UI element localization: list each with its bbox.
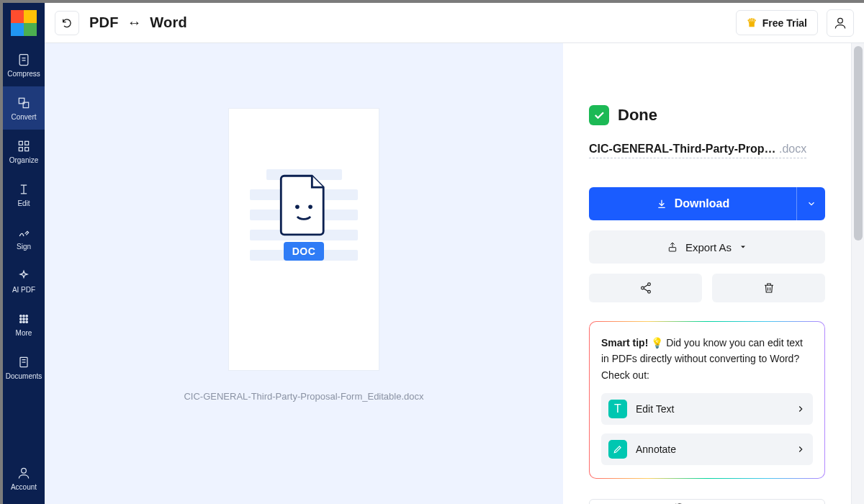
svg-point-14 (23, 320, 25, 323)
smart-tip-box: Smart tip! 💡 Did you know you can edit t… (589, 321, 825, 479)
user-icon (833, 16, 847, 30)
svg-point-23 (641, 287, 644, 289)
svg-rect-4 (25, 141, 29, 145)
tip-heading: Smart tip! (601, 337, 651, 348)
export-as-button[interactable]: Export As (589, 230, 825, 264)
sidebar-item-account[interactable]: Account (11, 456, 37, 500)
crown-icon: ♛ (747, 16, 757, 30)
sidebar-item-label: More (16, 329, 32, 337)
svg-point-10 (20, 318, 22, 320)
svg-point-19 (295, 204, 300, 209)
result-panel: Done CIC-GENERAL-Third-Party-Proposa... … (563, 43, 851, 504)
sidebar-item-label: Convert (11, 113, 36, 121)
sidebar-item-aipdf[interactable]: AI PDF (3, 259, 45, 302)
svg-rect-21 (669, 248, 675, 251)
free-trial-button[interactable]: ♛ Free Trial (736, 10, 818, 35)
tip-text: Smart tip! 💡 Did you know you can edit t… (601, 335, 813, 383)
tip-action-label: Edit Text (636, 403, 674, 415)
sidebar-item-organize[interactable]: Organize (3, 130, 45, 173)
sidebar-item-sign[interactable]: Sign (3, 216, 45, 259)
done-check-icon (589, 105, 609, 125)
start-over-label: Start over (693, 501, 739, 504)
svg-point-20 (308, 204, 312, 209)
svg-point-12 (26, 318, 28, 320)
svg-point-9 (26, 315, 28, 317)
sign-icon (17, 225, 31, 240)
scrollbar-thumb[interactable] (854, 46, 863, 240)
restart-icon (674, 502, 685, 504)
chevron-down-icon (806, 199, 816, 209)
svg-point-11 (23, 318, 25, 320)
delete-button[interactable] (712, 274, 825, 302)
grid-icon (17, 312, 31, 326)
free-trial-label: Free Trial (762, 17, 807, 29)
preview-area: DOC CIC-GENERAL-Third-Party-Proposal-For… (45, 43, 563, 504)
export-icon (667, 241, 678, 253)
tip-action-label: Annotate (636, 444, 676, 455)
sidebar-item-label: Compress (7, 70, 40, 78)
convert-icon (17, 96, 31, 110)
share-icon (639, 282, 652, 294)
documents-icon (17, 355, 31, 369)
download-icon (656, 198, 667, 210)
download-button[interactable]: Download (589, 187, 796, 220)
chevron-right-icon (796, 444, 806, 454)
undo-icon (61, 17, 73, 29)
title-arrow-icon: ↔ (127, 14, 141, 30)
sidebar-item-convert[interactable]: Convert (3, 86, 45, 130)
sidebar-item-documents[interactable]: Documents (3, 346, 45, 389)
svg-rect-6 (25, 147, 29, 150)
download-options-button[interactable] (796, 187, 825, 220)
app-logo[interactable] (4, 3, 44, 43)
svg-point-17 (22, 468, 27, 473)
title-right: Word (150, 14, 187, 30)
lightbulb-icon: 💡 (651, 337, 666, 348)
pencil-icon (608, 440, 627, 459)
sidebar-item-label: Edit (17, 199, 30, 207)
edit-icon (17, 182, 31, 197)
header: PDF ↔ Word ♛ Free Trial (45, 3, 864, 43)
svg-point-18 (838, 18, 843, 23)
share-button[interactable] (589, 274, 702, 302)
sidebar: Compress Convert Organize Edit Sign AI P… (3, 3, 45, 504)
svg-rect-5 (19, 147, 22, 150)
user-menu-button[interactable] (827, 9, 854, 37)
sidebar-item-more[interactable]: More (3, 302, 45, 346)
doc-badge: DOC (284, 242, 325, 261)
tip-action-annotate[interactable]: Annotate (601, 433, 813, 465)
account-icon (17, 466, 31, 480)
svg-point-8 (23, 315, 25, 317)
sidebar-item-label: AI PDF (12, 286, 35, 294)
done-heading: Done (618, 106, 657, 125)
filename-ext: .docx (779, 143, 806, 156)
start-over-button[interactable]: Start over (589, 499, 825, 504)
preview-filename: CIC-GENERAL-Third-Party-Proposal-Form_Ed… (184, 391, 423, 402)
organize-icon (17, 139, 31, 153)
sidebar-item-compress[interactable]: Compress (3, 43, 45, 86)
scrollbar[interactable] (851, 43, 864, 504)
caret-down-icon (739, 243, 747, 251)
svg-point-7 (20, 315, 22, 317)
smile-file-icon (279, 174, 328, 236)
sidebar-item-label: Documents (6, 372, 42, 380)
sparkle-icon (17, 269, 31, 283)
download-label: Download (675, 197, 729, 210)
svg-point-22 (647, 283, 650, 286)
trash-icon (762, 282, 775, 294)
export-label: Export As (685, 241, 732, 253)
back-button[interactable] (55, 11, 79, 35)
tip-action-edit-text[interactable]: T Edit Text (601, 393, 813, 425)
svg-point-24 (647, 290, 650, 293)
svg-rect-3 (19, 141, 22, 145)
sidebar-item-edit[interactable]: Edit (3, 173, 45, 216)
chevron-right-icon (796, 404, 806, 414)
filename-text: CIC-GENERAL-Third-Party-Proposa... (589, 143, 776, 156)
document-preview-card: DOC (228, 108, 379, 371)
title-left: PDF (89, 14, 119, 30)
sidebar-item-label: Sign (17, 243, 31, 251)
page-title: PDF ↔ Word (89, 14, 187, 31)
svg-point-13 (20, 320, 22, 323)
sidebar-item-label: Organize (9, 156, 39, 164)
compress-icon (17, 53, 31, 67)
filename-field[interactable]: CIC-GENERAL-Third-Party-Proposa... .docx (589, 143, 806, 158)
